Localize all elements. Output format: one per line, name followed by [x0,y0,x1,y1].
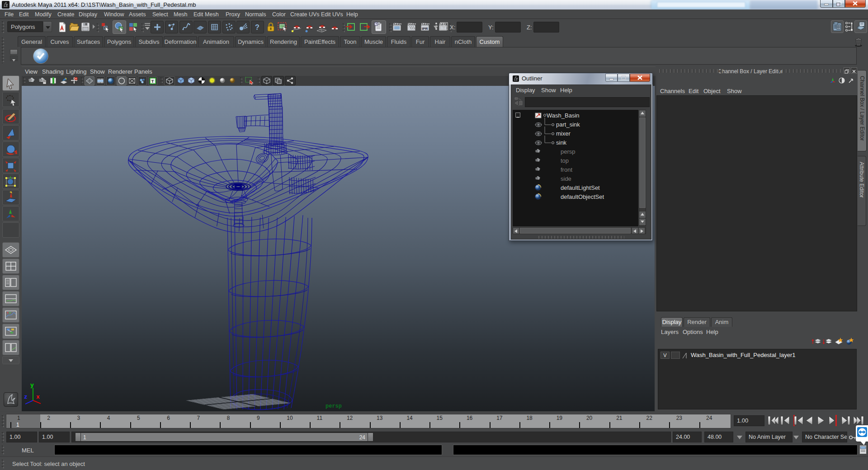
svg-text:y: y [30,382,34,389]
svg-text:x: x [36,394,40,400]
svg-text:?: ? [255,24,259,31]
svg-text:IPR: IPR [422,27,428,31]
svg-text:T: T [151,79,154,84]
svg-text:z: z [24,394,28,400]
